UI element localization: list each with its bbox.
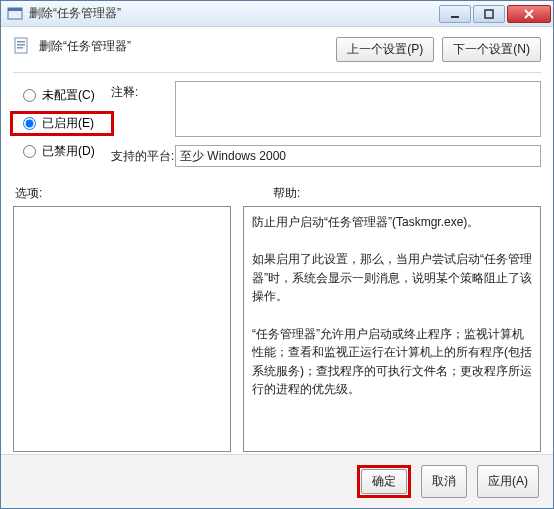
radio-enabled-input[interactable] — [23, 117, 36, 130]
radio-not-configured-input[interactable] — [23, 89, 36, 102]
radio-enabled-label: 已启用(E) — [42, 115, 94, 132]
policy-title: 删除“任务管理器” — [39, 38, 131, 55]
cancel-button[interactable]: 取消 — [421, 465, 467, 498]
window-title: 删除“任务管理器” — [29, 5, 437, 22]
comment-input[interactable] — [175, 81, 541, 137]
radio-group: 未配置(C) 已启用(E) 已禁用(D) — [13, 81, 111, 175]
platform-label: 支持的平台: — [111, 145, 175, 165]
ok-highlight: 确定 — [357, 465, 411, 498]
radio-not-configured-label: 未配置(C) — [42, 87, 95, 104]
help-paragraph: 如果启用了此设置，那么，当用户尝试启动“任务管理器”时，系统会显示一则消息，说明… — [252, 250, 532, 306]
section-labels: 选项: 帮助: — [13, 185, 541, 202]
window-icon — [7, 6, 23, 22]
options-panel[interactable] — [13, 206, 231, 452]
help-paragraph: 防止用户启动“任务管理器”(Taskmgr.exe)。 — [252, 213, 532, 232]
header-row: 删除“任务管理器” 上一个设置(P) 下一个设置(N) — [13, 37, 541, 62]
radio-disabled-input[interactable] — [23, 145, 36, 158]
help-panel[interactable]: 防止用户启动“任务管理器”(Taskmgr.exe)。 如果启用了此设置，那么，… — [243, 206, 541, 452]
apply-button[interactable]: 应用(A) — [477, 465, 539, 498]
help-paragraph: “任务管理器”允许用户启动或终止程序；监视计算机性能；查看和监视正运行在计算机上… — [252, 325, 532, 399]
policy-icon — [13, 37, 31, 55]
panels: 防止用户启动“任务管理器”(Taskmgr.exe)。 如果启用了此设置，那么，… — [13, 206, 541, 452]
svg-rect-7 — [17, 41, 25, 43]
form-area: 未配置(C) 已启用(E) 已禁用(D) 注释: 支持的平台: — [13, 81, 541, 175]
close-button[interactable] — [507, 5, 551, 23]
content-area: 删除“任务管理器” 上一个设置(P) 下一个设置(N) 未配置(C) 已启用(E… — [1, 27, 553, 452]
ok-button[interactable]: 确定 — [361, 469, 407, 494]
radio-not-configured[interactable]: 未配置(C) — [13, 87, 111, 104]
prev-setting-button[interactable]: 上一个设置(P) — [336, 37, 434, 62]
next-setting-button[interactable]: 下一个设置(N) — [442, 37, 541, 62]
footer: 确定 取消 应用(A) — [1, 454, 553, 508]
platform-value: 至少 Windows 2000 — [175, 145, 541, 167]
radio-disabled-label: 已禁用(D) — [42, 143, 95, 160]
svg-rect-1 — [8, 8, 22, 11]
comment-label: 注释: — [111, 81, 175, 101]
divider — [13, 72, 541, 73]
radio-disabled[interactable]: 已禁用(D) — [13, 143, 111, 160]
svg-rect-8 — [17, 44, 25, 46]
help-label: 帮助: — [273, 185, 300, 202]
maximize-button[interactable] — [473, 5, 505, 23]
radio-enabled[interactable]: 已启用(E) — [13, 114, 111, 133]
policy-editor-window: 删除“任务管理器” 删除“任务管理器” 上一个设置(P) 下一个设置(N) — [0, 0, 554, 509]
window-buttons — [437, 5, 551, 23]
svg-rect-3 — [485, 10, 493, 18]
svg-rect-9 — [17, 47, 23, 49]
options-label: 选项: — [13, 185, 273, 202]
titlebar: 删除“任务管理器” — [1, 1, 553, 27]
minimize-button[interactable] — [439, 5, 471, 23]
